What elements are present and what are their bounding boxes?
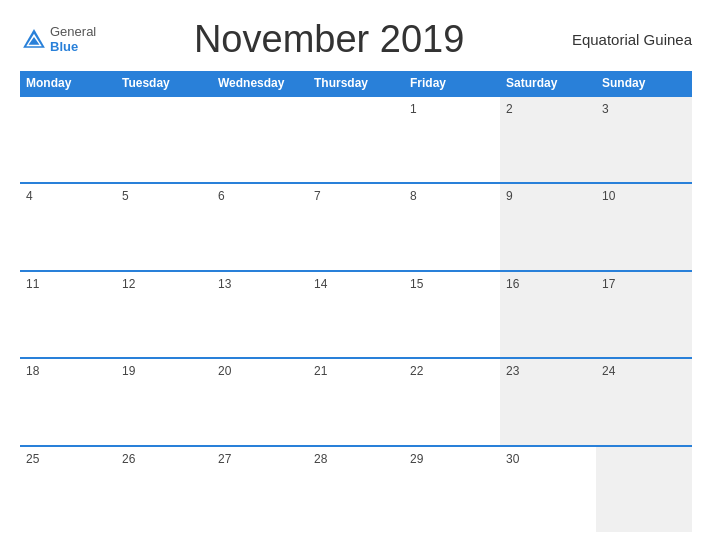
cal-cell: 17 bbox=[596, 272, 692, 357]
cal-cell: 7 bbox=[308, 184, 404, 269]
day-number: 24 bbox=[602, 364, 615, 378]
cal-cell: 15 bbox=[404, 272, 500, 357]
cal-cell: 24 bbox=[596, 359, 692, 444]
week-row-2: 11121314151617 bbox=[20, 270, 692, 357]
week-row-1: 45678910 bbox=[20, 182, 692, 269]
cal-cell: 21 bbox=[308, 359, 404, 444]
cal-cell: 27 bbox=[212, 447, 308, 532]
day-number: 28 bbox=[314, 452, 327, 466]
cal-cell: 4 bbox=[20, 184, 116, 269]
weekday-header-tuesday: Tuesday bbox=[116, 71, 212, 95]
cal-cell: 20 bbox=[212, 359, 308, 444]
header: General Blue November 2019 Equatorial Gu… bbox=[20, 18, 692, 61]
day-number: 8 bbox=[410, 189, 417, 203]
cal-cell: 22 bbox=[404, 359, 500, 444]
cal-cell: 16 bbox=[500, 272, 596, 357]
weekday-header-saturday: Saturday bbox=[500, 71, 596, 95]
day-number: 23 bbox=[506, 364, 519, 378]
cal-cell: 25 bbox=[20, 447, 116, 532]
weekday-header-monday: Monday bbox=[20, 71, 116, 95]
cal-cell: 29 bbox=[404, 447, 500, 532]
day-number: 15 bbox=[410, 277, 423, 291]
day-number: 25 bbox=[26, 452, 39, 466]
calendar-header: MondayTuesdayWednesdayThursdayFridaySatu… bbox=[20, 71, 692, 95]
weekday-header-wednesday: Wednesday bbox=[212, 71, 308, 95]
cal-cell: 12 bbox=[116, 272, 212, 357]
logo: General Blue bbox=[20, 25, 96, 54]
day-number: 13 bbox=[218, 277, 231, 291]
day-number: 16 bbox=[506, 277, 519, 291]
day-number: 22 bbox=[410, 364, 423, 378]
cal-cell: 13 bbox=[212, 272, 308, 357]
week-row-4: 252627282930 bbox=[20, 445, 692, 532]
cal-cell: 28 bbox=[308, 447, 404, 532]
day-number: 6 bbox=[218, 189, 225, 203]
day-number: 10 bbox=[602, 189, 615, 203]
cal-cell bbox=[20, 97, 116, 182]
day-number: 19 bbox=[122, 364, 135, 378]
logo-icon bbox=[20, 26, 48, 54]
day-number: 11 bbox=[26, 277, 39, 291]
cal-cell: 19 bbox=[116, 359, 212, 444]
day-number: 20 bbox=[218, 364, 231, 378]
country-label: Equatorial Guinea bbox=[562, 31, 692, 48]
cal-cell bbox=[308, 97, 404, 182]
day-number: 30 bbox=[506, 452, 519, 466]
cal-cell bbox=[116, 97, 212, 182]
month-title: November 2019 bbox=[96, 18, 562, 61]
day-number: 1 bbox=[410, 102, 417, 116]
day-number: 27 bbox=[218, 452, 231, 466]
cal-cell: 2 bbox=[500, 97, 596, 182]
day-number: 21 bbox=[314, 364, 327, 378]
cal-cell: 3 bbox=[596, 97, 692, 182]
day-number: 5 bbox=[122, 189, 129, 203]
cal-cell: 8 bbox=[404, 184, 500, 269]
cal-cell: 26 bbox=[116, 447, 212, 532]
week-row-3: 18192021222324 bbox=[20, 357, 692, 444]
logo-blue-text: Blue bbox=[50, 40, 96, 54]
cal-cell: 10 bbox=[596, 184, 692, 269]
cal-cell bbox=[212, 97, 308, 182]
week-row-0: 123 bbox=[20, 95, 692, 182]
day-number: 14 bbox=[314, 277, 327, 291]
cal-cell: 9 bbox=[500, 184, 596, 269]
cal-cell: 1 bbox=[404, 97, 500, 182]
cal-cell: 6 bbox=[212, 184, 308, 269]
cal-cell: 30 bbox=[500, 447, 596, 532]
logo-general-text: General bbox=[50, 25, 96, 39]
day-number: 29 bbox=[410, 452, 423, 466]
calendar-body: 1234567891011121314151617181920212223242… bbox=[20, 95, 692, 532]
weekday-header-friday: Friday bbox=[404, 71, 500, 95]
calendar: MondayTuesdayWednesdayThursdayFridaySatu… bbox=[20, 71, 692, 532]
day-number: 26 bbox=[122, 452, 135, 466]
cal-cell: 23 bbox=[500, 359, 596, 444]
weekday-header-sunday: Sunday bbox=[596, 71, 692, 95]
day-number: 9 bbox=[506, 189, 513, 203]
day-number: 12 bbox=[122, 277, 135, 291]
day-number: 17 bbox=[602, 277, 615, 291]
weekday-header-thursday: Thursday bbox=[308, 71, 404, 95]
calendar-page: General Blue November 2019 Equatorial Gu… bbox=[0, 0, 712, 550]
day-number: 2 bbox=[506, 102, 513, 116]
day-number: 18 bbox=[26, 364, 39, 378]
day-number: 4 bbox=[26, 189, 33, 203]
cal-cell: 18 bbox=[20, 359, 116, 444]
day-number: 7 bbox=[314, 189, 321, 203]
cal-cell: 14 bbox=[308, 272, 404, 357]
cal-cell bbox=[596, 447, 692, 532]
cal-cell: 5 bbox=[116, 184, 212, 269]
day-number: 3 bbox=[602, 102, 609, 116]
cal-cell: 11 bbox=[20, 272, 116, 357]
logo-text: General Blue bbox=[50, 25, 96, 54]
